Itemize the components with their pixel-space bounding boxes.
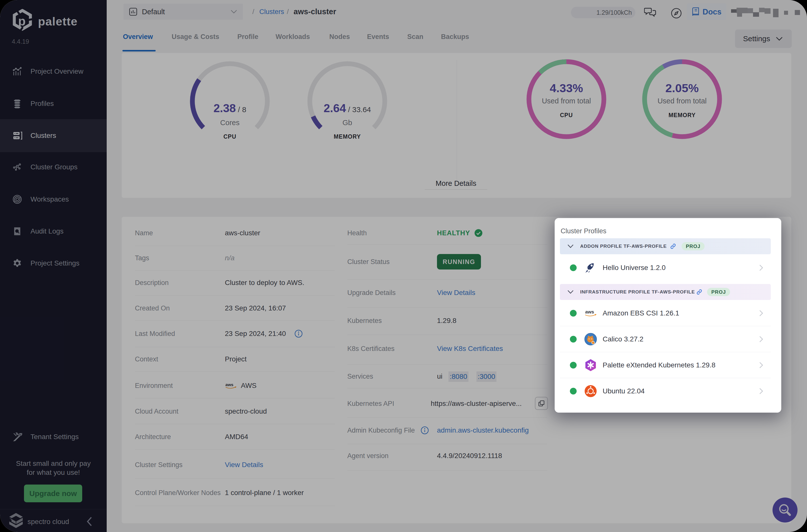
svg-text:aws: aws (585, 309, 594, 315)
